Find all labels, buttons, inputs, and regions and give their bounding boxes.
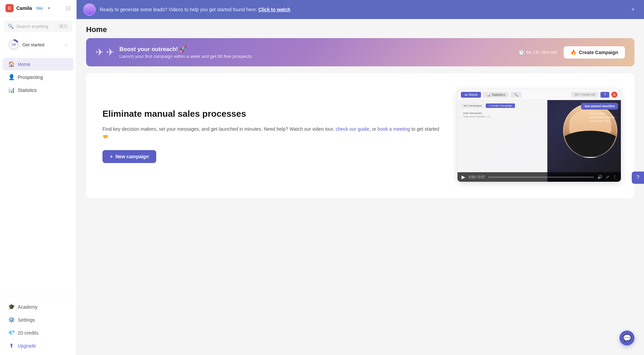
notification-text: Ready to generate some leads? Videos to … bbox=[100, 7, 625, 12]
settings-icon: ⚙️ bbox=[8, 317, 14, 323]
campaign-banner: ✈ ✈ Boost your outreach! 🚀 Launch your f… bbox=[86, 38, 634, 66]
notification-bar: Ready to generate some leads? Videos to … bbox=[77, 0, 644, 19]
mockup-credits-display: 387 Credits left bbox=[571, 92, 599, 97]
click-to-watch-link[interactable]: Click to watch bbox=[258, 7, 290, 12]
check-guide-link[interactable]: check our guide bbox=[336, 126, 369, 132]
banner-subtitle: Launch your first campaign within a week… bbox=[119, 54, 253, 59]
get-started-checklist-label: Get started checklist bbox=[581, 103, 618, 110]
sidebar-item-home[interactable]: 🏠 Home bbox=[3, 58, 74, 70]
chat-widget[interactable]: 💬 bbox=[619, 330, 634, 345]
video-volume-button[interactable]: 🔊 bbox=[597, 175, 602, 179]
brand-chevron-icon: ▾ bbox=[48, 6, 50, 11]
get-started-label: Get started bbox=[22, 42, 60, 47]
card-description: Find key decision makers, set your messa… bbox=[102, 125, 444, 141]
support-icon: ? bbox=[637, 175, 640, 181]
video-controls: ▶ 0:00 / 0:57 🔊 ⤢ ⋮ bbox=[457, 172, 621, 182]
video-mockup-top: ≫ Home 📊 Statistics 🔍 387 Credits left ?… bbox=[457, 90, 621, 100]
video-play-button[interactable]: ▶ bbox=[462, 174, 465, 180]
sidebar-item-settings[interactable]: ⚙️ Settings bbox=[3, 313, 74, 326]
video-more-button[interactable]: ⋮ bbox=[613, 175, 617, 179]
mockup-tab-home[interactable]: ≫ Home bbox=[461, 92, 481, 98]
home-icon: 🏠 bbox=[8, 61, 14, 67]
create-campaign-icon: 🔥 bbox=[570, 50, 576, 55]
sidebar-item-academy[interactable]: 🎓 Academy bbox=[3, 301, 74, 313]
banner-airplane-icon: ✈ ✈ bbox=[96, 47, 114, 58]
banner-text-block: Boost your outreach! 🚀 Launch your first… bbox=[119, 46, 253, 59]
video-progress-bar[interactable] bbox=[488, 177, 594, 178]
banner-left: ✈ ✈ Boost your outreach! 🚀 Launch your f… bbox=[96, 46, 253, 59]
search-shortcut: ⌘ K bbox=[58, 24, 68, 29]
sidebar-toggle-button[interactable]: ⊟ bbox=[66, 4, 71, 12]
main-card: Eliminate manual sales processes Find ke… bbox=[86, 73, 634, 198]
sidebar-item-credits[interactable]: 💎 20 credits bbox=[3, 326, 74, 339]
timer-icon: 🕐 bbox=[518, 50, 524, 55]
checklist-item-2: Start your first campaign → bbox=[589, 115, 618, 119]
create-campaign-label: Create Campaign bbox=[579, 50, 618, 55]
main-content-area: Ready to generate some leads? Videos to … bbox=[77, 0, 644, 355]
checklist-item-1: Add prospects bbox=[589, 112, 618, 115]
video-preview: ≫ Home 📊 Statistics 🔍 387 Credits left ?… bbox=[457, 90, 621, 182]
brand-logo: C bbox=[5, 4, 14, 12]
card-heading: Eliminate manual sales processes bbox=[102, 108, 444, 120]
upgrade-icon: ⬆ bbox=[8, 342, 14, 349]
video-my-campaigns-tab[interactable]: My Campaigns bbox=[461, 103, 484, 108]
search-icon: 🔍 bbox=[8, 23, 14, 29]
sidebar-item-statistics[interactable]: 📊 Statistics bbox=[3, 84, 74, 96]
video-panel-tabs: My Campaigns + Create Campaign bbox=[461, 103, 544, 108]
banner-title: Boost your outreach! 🚀 bbox=[119, 46, 253, 53]
sidebar-item-upgrade[interactable]: ⬆ Upgrade bbox=[3, 339, 74, 352]
checklist-items: Add prospects Start your first campaign … bbox=[589, 112, 618, 123]
video-left-panel: My Campaigns + Create Campaign Hello Ale… bbox=[457, 100, 547, 182]
mockup-tab-search[interactable]: 🔍 bbox=[511, 92, 521, 98]
new-campaign-plus-icon: + bbox=[110, 154, 113, 159]
mockup-tab-statistics[interactable]: 📊 Statistics bbox=[483, 92, 509, 98]
get-started-arrow-icon: → bbox=[64, 42, 68, 47]
brand-badge: free bbox=[35, 6, 45, 11]
sidebar-item-academy-label: Academy bbox=[18, 304, 37, 310]
brand-row[interactable]: C Camila free ▾ bbox=[5, 4, 50, 12]
page-header: Home bbox=[77, 19, 644, 38]
notification-close-button[interactable]: × bbox=[629, 5, 637, 14]
video-panel-row-1: Hello Alexandra Today Auto-Schedule · N.… bbox=[461, 110, 544, 119]
banner-timer: 🕐 6d 13h 36m left bbox=[518, 50, 557, 55]
chat-icon: 💬 bbox=[623, 334, 631, 342]
nav-section: 🏠 Home 👤 Prospecting 📊 Statistics bbox=[0, 55, 76, 296]
sidebar-item-upgrade-label: Upgrade bbox=[18, 343, 36, 349]
content-area: ✈ ✈ Boost your outreach! 🚀 Launch your f… bbox=[77, 38, 644, 355]
statistics-icon: 📊 bbox=[8, 87, 14, 93]
sidebar-item-statistics-label: Statistics bbox=[18, 87, 37, 93]
video-fullscreen-button[interactable]: ⤢ bbox=[606, 175, 609, 179]
sidebar-item-prospecting[interactable]: 👤 Prospecting bbox=[3, 71, 74, 83]
sidebar-item-settings-label: Settings bbox=[18, 317, 35, 323]
new-campaign-button[interactable]: + New campaign bbox=[102, 150, 156, 163]
support-widget[interactable]: ? bbox=[632, 172, 644, 184]
page-title: Home bbox=[86, 25, 634, 34]
sidebar-item-credits-label: 20 credits bbox=[18, 330, 38, 336]
banner-timer-text: 6d 13h 36m left bbox=[526, 50, 557, 55]
video-time: 0:00 / 0:57 bbox=[469, 175, 485, 179]
card-left: Eliminate manual sales processes Find ke… bbox=[102, 108, 444, 163]
mockup-help-btn[interactable]: ? bbox=[600, 92, 609, 98]
credits-icon: 💎 bbox=[8, 329, 14, 336]
sidebar-item-prospecting-label: Prospecting bbox=[18, 75, 43, 80]
notif-avatar bbox=[83, 3, 96, 16]
search-placeholder: Search anything bbox=[16, 24, 55, 29]
video-screen: My Campaigns + Create Campaign Hello Ale… bbox=[457, 100, 621, 182]
progress-label: 1/6 bbox=[10, 41, 17, 48]
checklist-item-3: Connect your CRM bbox=[589, 119, 618, 123]
sidebar: C Camila free ▾ ⊟ 🔍 Search anything ⌘ K … bbox=[0, 0, 77, 355]
get-started-row[interactable]: 1/6 Get started → bbox=[3, 36, 74, 53]
sidebar-item-home-label: Home bbox=[18, 62, 30, 67]
card-desc-middle: , or bbox=[369, 126, 377, 132]
sidebar-header: C Camila free ▾ ⊟ bbox=[0, 0, 76, 17]
mockup-avatar-small: A bbox=[611, 92, 617, 98]
book-meeting-link[interactable]: book a meeting bbox=[377, 126, 410, 132]
card-desc-before: Find key decision makers, set your messa… bbox=[102, 126, 336, 132]
progress-circle: 1/6 bbox=[8, 39, 19, 50]
create-campaign-button[interactable]: 🔥 Create Campaign bbox=[564, 46, 625, 59]
search-bar[interactable]: 🔍 Search anything ⌘ K bbox=[4, 21, 72, 32]
video-create-campaign-tab[interactable]: + Create Campaign bbox=[486, 103, 515, 108]
academy-icon: 🎓 bbox=[8, 304, 14, 310]
new-campaign-label: New campaign bbox=[115, 154, 149, 159]
banner-right: 🕐 6d 13h 36m left 🔥 Create Campaign bbox=[518, 46, 625, 59]
